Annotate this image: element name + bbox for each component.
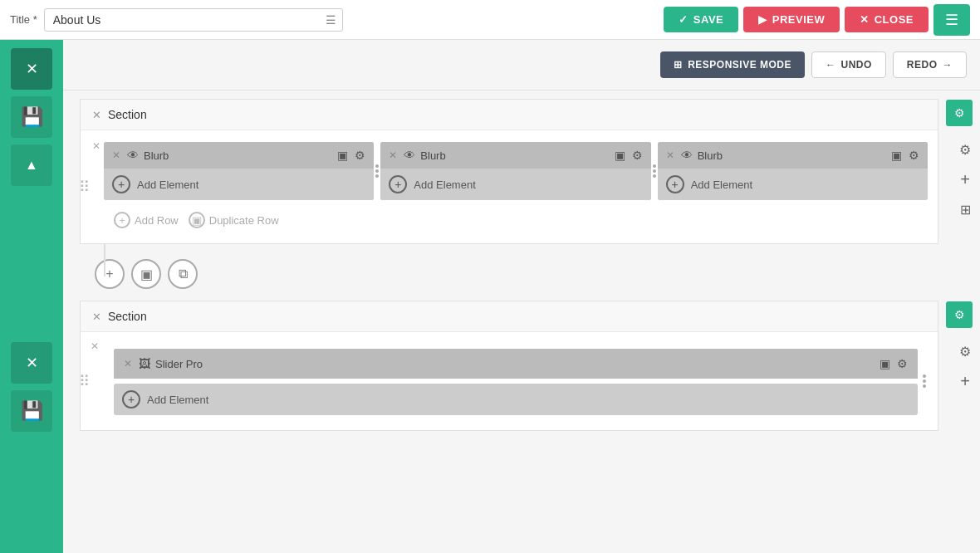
eye-icon: ▶ [758,13,767,26]
blurb-card-3: ✕ 👁 Blurb ▣ ⚙ + [658,142,928,200]
top-bar-actions: ✓ SAVE ▶ PREVIEW ✕ CLOSE ☰ [664,4,970,36]
s2-move-handle[interactable]: ⠿ [79,372,90,390]
section-2-right-controls: ⚙ + [953,339,978,394]
blurb-2-label: Blurb [420,149,445,162]
row-add-btn[interactable]: + [953,167,978,192]
redo-icon: → [943,59,953,71]
blurb-2-add-element[interactable]: + Add Element [380,169,650,200]
blurb-3-eye-icon: 👁 [681,149,693,162]
preview-button[interactable]: ▶ PREVIEW [743,7,840,32]
blurb-3-copy-btn[interactable]: ▣ [889,147,904,164]
sidebar-up-btn[interactable]: ▲ [11,144,52,186]
section-1-settings-btn[interactable]: ⚙ [946,100,973,126]
add-row-label: Add Row [135,214,179,227]
blurb-1-close-btn[interactable]: ✕ [110,148,122,163]
row-move-handle[interactable]: ⠿ [79,178,90,196]
slider-pro-label: Slider Pro [155,358,203,370]
blurb-3-close-btn[interactable]: ✕ [664,148,676,163]
blurb-3-label: Blurb [698,149,723,162]
dup-icon: ▣ [189,212,205,228]
blurb-1-add-label: Add Element [137,179,198,191]
close-button[interactable]: ✕ CLOSE [845,7,929,32]
duplicate-row-label: Duplicate Row [209,214,279,227]
section-2-label: Section [108,310,147,323]
blurb-2-settings-btn[interactable]: ⚙ [630,147,644,164]
blurb-card-1: ✕ 👁 Blurb ▣ ⚙ + [104,142,374,200]
blurb-1-label: Blurb [144,149,169,162]
blurb-1-settings-btn[interactable]: ⚙ [353,147,367,164]
edit-icon: ☰ [326,13,336,27]
preview-label: PREVIEW [772,13,825,26]
redo-button[interactable]: REDO → [893,51,967,78]
row-close-btn[interactable]: ✕ [92,140,100,152]
slider-pro-left: ✕ 🖼 Slider Pro [122,356,203,371]
row-gear-btn[interactable]: ⚙ [953,137,978,162]
s2-gear-btn[interactable]: ⚙ [953,339,978,364]
title-label: Title * [10,13,37,26]
undo-icon: ← [826,59,836,71]
title-input-wrapper: ☰ [44,8,343,32]
slider-close-btn[interactable]: ✕ [122,356,134,371]
row-right-controls: ⚙ + ⊞ [953,137,978,222]
section-2: ✕ Section ⚙ ✕ ⚙ + [80,301,938,431]
blurb-1-actions: ▣ ⚙ [336,147,367,164]
section-1-close-btn[interactable]: ✕ [92,109,101,121]
responsive-icon: ⊞ [674,59,683,71]
blurb-1-add-element[interactable]: + Add Element [104,169,374,200]
blurb-2-add-label: Add Element [414,179,475,191]
section-1: ✕ Section ⚙ ✕ ⚙ + ⊞ [80,99,938,244]
top-bar: Title * ☰ ✓ SAVE ▶ PREVIEW ✕ CLOSE ☰ [0,0,980,40]
blurb-2-copy-btn[interactable]: ▣ [613,147,627,164]
col-1-drag-handle[interactable] [375,164,379,178]
cols-wrapper: ✕ 👁 Blurb ▣ ⚙ + [91,142,928,200]
s2-add-btn[interactable]: + [953,369,978,394]
save-button[interactable]: ✓ SAVE [664,7,738,32]
slider-copy-btn[interactable]: ▣ [878,355,892,372]
gear-icon: ⚙ [954,106,965,120]
slider-pro-header: ✕ 🖼 Slider Pro ▣ ⚙ [114,349,918,379]
floppy-icon: 💾 [21,106,43,128]
add-element-icon-3: + [666,175,684,193]
save-template-icon: ⧉ [179,267,188,281]
sidebar-close-btn-2[interactable]: ✕ [11,342,52,384]
redo-label: REDO [907,59,938,71]
slider-drag-dots[interactable] [923,374,926,388]
add-row-btn[interactable]: + Add Row [114,212,179,228]
duplicate-row-btn[interactable]: ▣ Duplicate Row [189,212,279,228]
title-input[interactable] [44,8,343,32]
close-label: CLOSE [875,13,914,26]
blurb-3-settings-btn[interactable]: ⚙ [907,147,921,164]
section-2-row-close[interactable]: ✕ [91,340,99,352]
hamburger-icon: ☰ [945,11,958,29]
sidebar-save-btn-2[interactable]: 💾 [11,390,52,432]
row-grid-btn[interactable]: ⊞ [953,197,978,222]
blurb-3-add-element[interactable]: + Add Element [658,169,928,200]
section-2-close-btn[interactable]: ✕ [92,311,101,323]
responsive-mode-button[interactable]: ⊞ RESPONSIVE MODE [660,51,805,78]
section-2-settings-btn[interactable]: ⚙ [946,301,973,328]
gear-icon-s2r: ⚙ [959,344,971,360]
blurb-2-actions: ▣ ⚙ [613,147,644,164]
gear-icon-row: ⚙ [959,142,971,158]
duplicate-section-btn[interactable]: ▣ [131,259,161,289]
save-section-btn[interactable]: ⧉ [168,259,198,289]
chevron-up-icon: ▲ [25,158,38,173]
col-2-drag-handle[interactable] [653,164,656,178]
add-section-btn[interactable]: + [95,259,125,289]
section-2-row: ✕ ⚙ + ✕ 🖼 Slider Pro [81,332,938,430]
menu-button[interactable]: ☰ [933,4,970,36]
slider-pro-actions: ▣ ⚙ [878,355,909,372]
sidebar-save-btn[interactable]: 💾 [11,96,52,138]
responsive-label: RESPONSIVE MODE [688,59,791,71]
blurb-2-close-btn[interactable]: ✕ [387,148,399,163]
add-element-icon-2: + [389,175,407,193]
section-2-header: ✕ Section [81,301,938,332]
blurb-1-copy-btn[interactable]: ▣ [336,147,350,164]
undo-button[interactable]: ← UNDO [811,51,886,78]
section-1-label: Section [108,108,147,121]
section-2-add-element[interactable]: + Add Element [114,384,918,415]
blurb-3-add-label: Add Element [691,179,752,191]
x-icon: ✕ [860,13,870,26]
slider-settings-btn[interactable]: ⚙ [895,355,909,372]
sidebar-close-btn[interactable]: ✕ [11,48,52,90]
